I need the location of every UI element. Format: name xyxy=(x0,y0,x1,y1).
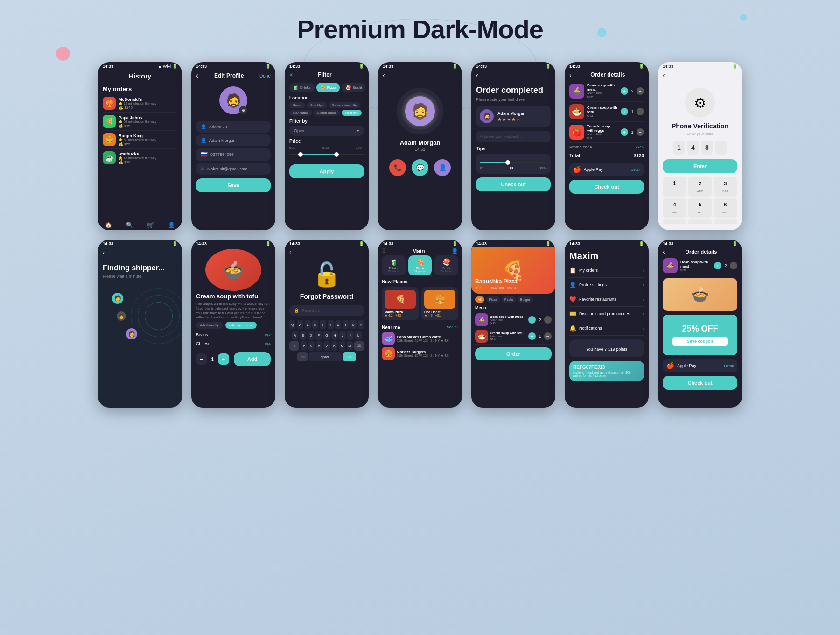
key-j[interactable]: J xyxy=(339,331,346,340)
key-go[interactable]: Go xyxy=(343,352,356,361)
ftab-pasta[interactable]: Pasta xyxy=(502,296,516,303)
key-v[interactable]: V xyxy=(323,341,329,351)
key-123[interactable]: 123 xyxy=(297,352,308,361)
ftab-burger[interactable]: Burger xyxy=(518,296,533,303)
key-h[interactable]: H xyxy=(331,331,338,340)
loc-nearme[interactable]: Near me xyxy=(342,110,362,116)
email-field[interactable]: ✉ Maks9bit@gmail.com xyxy=(196,163,271,175)
maxim-my-orders[interactable]: 📋 My orders › xyxy=(569,263,644,278)
key-d[interactable]: D xyxy=(308,331,314,340)
qty-plus-2[interactable]: + xyxy=(621,108,628,115)
call-icon[interactable]: 📞 xyxy=(389,159,406,176)
loc-brooklyn[interactable]: Brooklyn xyxy=(307,102,327,108)
od2-checkout-button[interactable]: Check out xyxy=(663,376,737,390)
key-f[interactable]: F xyxy=(315,331,322,340)
checkout-button-od[interactable]: Check out xyxy=(569,180,644,194)
key-z[interactable]: Z xyxy=(301,341,307,351)
password-input[interactable]: 🔒 Password xyxy=(289,305,364,316)
qty-plus-1[interactable]: + xyxy=(621,87,628,95)
enter-button[interactable]: Enter xyxy=(663,159,737,173)
back-button-verify[interactable]: ‹ xyxy=(663,71,665,79)
done-button[interactable]: Done xyxy=(259,73,271,78)
qty-minus-3[interactable]: − xyxy=(637,128,644,136)
num-6[interactable]: 6MNO xyxy=(714,198,737,218)
key-a[interactable]: A xyxy=(292,331,298,340)
nav-cart-icon[interactable]: 🛒 xyxy=(147,222,154,228)
key-shift[interactable]: ⇧ xyxy=(289,341,299,351)
nav-home-icon[interactable]: 🏠 xyxy=(105,222,112,228)
qty-minus-soup[interactable]: − xyxy=(196,353,207,365)
back-button-fp[interactable]: ‹ xyxy=(289,248,292,255)
feedback-input[interactable]: ✏ Leave your feedback... xyxy=(476,131,551,142)
key-t[interactable]: T xyxy=(320,320,326,329)
key-u[interactable]: U xyxy=(335,320,341,329)
back-button-fs[interactable]: ‹ xyxy=(103,249,105,256)
profile-icon[interactable]: 👤 xyxy=(434,159,451,176)
filter-tab-sushi[interactable]: 🍣 Sushi xyxy=(342,83,365,92)
num-1[interactable]: 1 xyxy=(663,177,686,197)
avatar[interactable]: 🧔 ⚙ xyxy=(219,86,247,114)
filter-tab-pizza[interactable]: 🍕 Pizza xyxy=(316,83,340,92)
order-item-starbucks[interactable]: ☕ Starbucks ⭐ 45 minutes on the way 💰 $1… xyxy=(103,149,177,167)
key-b[interactable]: B xyxy=(331,341,337,351)
loc-statenisland[interactable]: Staten Island xyxy=(314,110,340,116)
key-w[interactable]: W xyxy=(297,320,303,329)
slider-thumb-right[interactable] xyxy=(334,152,339,157)
save-coupon-button[interactable]: Save coupon xyxy=(672,337,728,346)
name-field[interactable]: 👤 Adam Morgan xyxy=(196,134,271,146)
num-4[interactable]: 4GHI xyxy=(663,198,686,218)
menu-qty-plus-2[interactable]: + xyxy=(528,332,536,340)
key-o[interactable]: O xyxy=(350,320,356,329)
near-morkizz[interactable]: 🍔 Morkizz Burgers 21th Street, 15 W 12th… xyxy=(382,347,458,360)
username-field[interactable]: 👤 Adam228 xyxy=(196,121,271,133)
num-8[interactable]: 8TUV xyxy=(688,219,712,224)
loc-bronx[interactable]: Bronx xyxy=(289,102,305,108)
qty-plus-3[interactable]: + xyxy=(621,128,628,136)
key-k[interactable]: K xyxy=(347,331,354,340)
key-n[interactable]: N xyxy=(339,341,345,351)
price-slider[interactable] xyxy=(289,154,364,155)
key-g[interactable]: G xyxy=(323,331,330,340)
order-button[interactable]: Order xyxy=(475,347,552,360)
cat-pizza[interactable]: 🍕 Pizza 14 places xyxy=(408,255,432,275)
main-profile-icon[interactable]: 👤 xyxy=(451,248,458,254)
key-q[interactable]: Q xyxy=(289,320,295,329)
menu-qty-plus-1[interactable]: + xyxy=(528,316,536,324)
od2-pay-detail[interactable]: Detail xyxy=(724,364,734,368)
phone-field[interactable]: 🇷🇺 9277564056 xyxy=(196,148,271,161)
loc-manhattan[interactable]: Manhattan xyxy=(289,110,312,116)
main-menu-icon[interactable]: ⠿ xyxy=(382,248,386,254)
back-button-complete[interactable]: ‹ xyxy=(476,71,478,79)
back-button-driver[interactable]: ‹ xyxy=(383,71,385,79)
order-item-papajohns[interactable]: 🍕 Papa Johns ⭐ 52 minutes on the way 💰 $… xyxy=(103,113,177,131)
num-5[interactable]: 5JKL xyxy=(688,198,712,218)
key-c[interactable]: C xyxy=(316,341,322,351)
filter-tab-drinks[interactable]: 🧃 Drinks xyxy=(289,83,315,92)
qty-minus-2[interactable]: − xyxy=(637,108,644,115)
maxim-notifications[interactable]: 🔔 Notifications › xyxy=(569,321,644,336)
maxim-favorites[interactable]: ❤️ Favorite restaurants › xyxy=(569,292,644,307)
filter-select[interactable]: Open ▾ xyxy=(289,126,364,136)
od2-qty-minus[interactable]: − xyxy=(730,262,737,269)
code-box-2[interactable]: 4 xyxy=(687,141,699,155)
od2-qty-plus[interactable]: + xyxy=(714,262,721,269)
apply-button[interactable]: Apply xyxy=(289,164,364,178)
maxim-discounts[interactable]: 🎫 Discounts and promocodes › xyxy=(569,307,644,321)
key-s[interactable]: S xyxy=(300,331,306,340)
key-space[interactable]: space xyxy=(309,352,342,361)
ftab-all[interactable]: All xyxy=(475,296,484,303)
num-9[interactable]: 9WXYZ xyxy=(714,219,737,224)
key-l[interactable]: L xyxy=(355,331,362,340)
add-ingredient-button[interactable]: add ingredient xyxy=(225,322,257,329)
order-item-burgerking[interactable]: 🍔 Burger King ⭐ 51 minutes on the way 💰 … xyxy=(103,131,177,149)
key-x[interactable]: X xyxy=(308,341,314,351)
key-i[interactable]: I xyxy=(343,320,349,329)
nav-profile-icon[interactable]: 👤 xyxy=(168,222,175,228)
place-ded-doest[interactable]: 🍔 Ded Doest ★ 4.9 · +$1 xyxy=(421,287,458,320)
cat-drinks[interactable]: 🧃 Drinks 23 places xyxy=(382,255,406,275)
add-soup-button[interactable]: Add xyxy=(234,352,271,366)
loc-samara[interactable]: Samara river city xyxy=(329,102,361,108)
num-3[interactable]: 3DEF xyxy=(714,177,737,197)
code-box-3[interactable]: 8 xyxy=(701,141,713,155)
nav-search-icon[interactable]: 🔍 xyxy=(126,222,133,228)
